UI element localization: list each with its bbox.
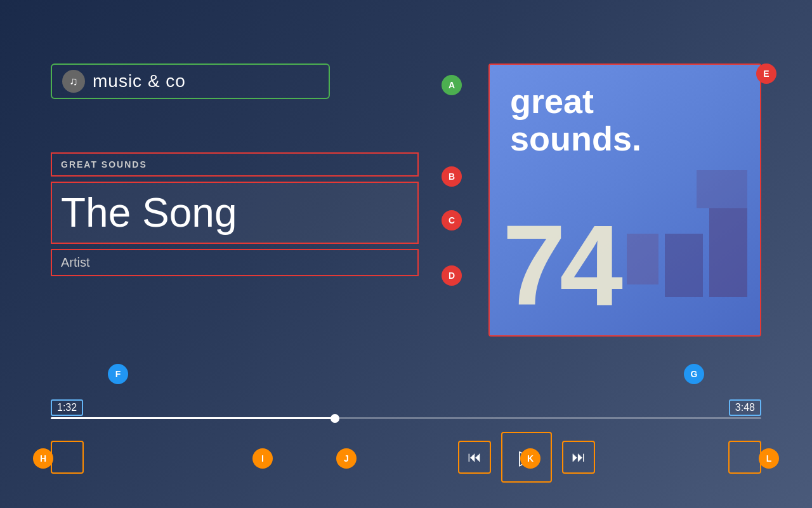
album-art-inner: great sounds. 74 xyxy=(490,65,760,335)
album-number: 74 xyxy=(502,208,617,323)
badge-b: B xyxy=(442,166,462,187)
time-total: 3:48 xyxy=(729,399,761,416)
progress-track[interactable] xyxy=(51,417,761,419)
extra-right-button[interactable] xyxy=(728,441,761,474)
deco-rect-2 xyxy=(665,234,703,297)
deco-rect-3 xyxy=(697,170,747,208)
extra-left-button[interactable] xyxy=(51,441,84,474)
controls-row: ⏮ ▷ ⏭ xyxy=(51,432,761,483)
badge-c: C xyxy=(442,210,462,231)
album-art-text: great sounds. xyxy=(510,83,641,158)
music-icon: ♫ xyxy=(62,70,85,93)
album-label-box: GREAT SOUNDS xyxy=(51,152,419,177)
progress-thumb xyxy=(331,414,339,423)
music-note-icon: ♫ xyxy=(69,75,78,88)
progress-container: 1:32 3:48 xyxy=(51,417,761,419)
song-title-box: The Song xyxy=(51,182,419,244)
time-current: 1:32 xyxy=(51,399,83,416)
info-section: GREAT SOUNDS The Song Artist xyxy=(51,152,419,276)
badge-g: G xyxy=(684,364,704,384)
badge-h: H xyxy=(33,448,53,469)
app-title: music & co xyxy=(93,71,186,91)
badge-i: I xyxy=(252,448,273,469)
album-art: great sounds. 74 xyxy=(488,64,761,337)
badge-j: J xyxy=(336,448,357,469)
prev-icon: ⏮ xyxy=(468,450,481,464)
player-section: 1:32 3:48 ⏮ ▷ ⏭ xyxy=(51,412,761,483)
next-icon: ⏭ xyxy=(572,450,586,464)
badge-d: D xyxy=(442,265,462,286)
badge-k: K xyxy=(520,448,540,469)
badge-f: F xyxy=(108,364,128,384)
next-button[interactable]: ⏭ xyxy=(562,441,595,474)
badge-a: A xyxy=(442,75,462,95)
deco-rect-4 xyxy=(627,234,658,284)
album-label: GREAT SOUNDS xyxy=(61,159,147,170)
progress-fill xyxy=(51,417,335,419)
song-title: The Song xyxy=(61,190,237,236)
artist-name: Artist xyxy=(61,255,90,269)
badge-l: L xyxy=(759,448,779,469)
app-bar[interactable]: ♫ music & co xyxy=(51,64,330,99)
app-bar-section: ♫ music & co xyxy=(51,64,330,99)
badge-e: E xyxy=(756,64,776,84)
deco-rect-1 xyxy=(709,208,747,297)
artist-box: Artist xyxy=(51,249,419,276)
prev-button[interactable]: ⏮ xyxy=(458,441,491,474)
